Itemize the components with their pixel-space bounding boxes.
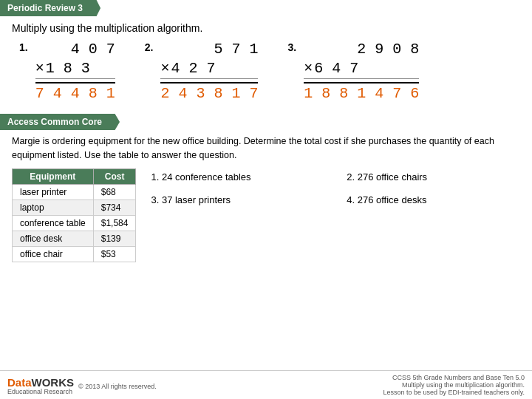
question-2: 2. 276 office chairs <box>347 171 520 183</box>
table-row: office desk$139 <box>13 231 136 246</box>
times-sign-1: × <box>35 59 44 78</box>
footer: DataWORKS Educational Research © 2013 Al… <box>0 370 532 399</box>
q-num: 2. <box>347 171 355 183</box>
q-num: 3. <box>151 194 159 205</box>
logo-data: Data <box>7 376 32 389</box>
prob3-math: 2 9 0 8 × 6 4 7 1 8 8 1 4 7 6 <box>304 40 419 103</box>
prob3-result: 1 8 8 1 4 7 6 <box>304 82 419 103</box>
question-3: 3. 37 laser printers <box>151 194 324 205</box>
times-sign-3: × <box>304 59 313 78</box>
logo-sub: Educational Research <box>7 389 74 396</box>
footer-left: DataWORKS Educational Research © 2013 Al… <box>7 377 157 396</box>
cell-cost: $1,584 <box>93 215 136 231</box>
header-bar: Periodic Review 3 <box>0 0 532 16</box>
content-row: Equipment Cost laser printer$68laptop$73… <box>12 168 520 262</box>
access-bar-title: Access Common Core <box>7 117 102 127</box>
multiply-instruction: Multiply using the multiplication algori… <box>12 22 520 34</box>
table-row: office chair$53 <box>13 246 136 262</box>
table-row: laser printer$68 <box>13 184 136 200</box>
q-num: 4. <box>347 194 355 205</box>
footer-lesson-title: Multiply using the multiplication algori… <box>383 381 525 389</box>
word-problem-desc: Margie is ordering equipment for the new… <box>12 134 520 163</box>
logo: DataWORKS Educational Research <box>7 377 74 396</box>
multiply-section: Multiply using the multiplication algori… <box>0 16 532 108</box>
times-sign-2: × <box>160 59 169 78</box>
q-text: 276 office chairs <box>358 171 427 183</box>
question-1: 1. 24 conference tables <box>151 171 324 183</box>
col-equipment: Equipment <box>13 168 94 184</box>
footer-copyright: © 2013 All rights reserved. <box>78 383 157 390</box>
cell-cost: $68 <box>93 184 136 200</box>
prob1-result: 7 4 4 8 1 <box>35 82 115 103</box>
q-num: 1. <box>151 171 159 183</box>
question-4: 4. 276 office desks <box>347 194 520 205</box>
access-bar: Access Common Core <box>0 108 532 130</box>
prob1-top: 4 0 7 <box>71 40 115 59</box>
header-title: Periodic Review 3 <box>7 3 83 13</box>
footer-standard: CCSS 5th Grade Numbers and Base Ten 5.0 <box>383 374 525 381</box>
problem-1: 1. 4 0 7 × 1 8 3 7 4 4 8 1 <box>19 40 115 103</box>
footer-lesson-note: Lesson to be used by EDI-trained teacher… <box>383 389 525 396</box>
q-text: 37 laser printers <box>162 194 231 205</box>
problem-2: 2. 5 7 1 × 4 2 7 2 4 3 8 1 7 <box>145 40 259 103</box>
table-row: conference table$1,584 <box>13 215 136 231</box>
cell-equipment: laser printer <box>13 184 94 200</box>
table-header-row: Equipment Cost <box>13 168 136 184</box>
prob2-result: 2 4 3 8 1 7 <box>160 82 258 103</box>
prob2-multiplier: 4 2 7 <box>171 59 215 78</box>
prob1-math: 4 0 7 × 1 8 3 7 4 4 8 1 <box>35 40 115 103</box>
problems-row: 1. 4 0 7 × 1 8 3 7 4 4 8 1 2. 5 7 1 <box>19 40 520 103</box>
prob2-math: 5 7 1 × 4 2 7 2 4 3 8 1 7 <box>160 40 258 103</box>
cell-equipment: office desk <box>13 231 94 246</box>
prob2-number: 2. <box>145 41 154 53</box>
equipment-table-wrapper: Equipment Cost laser printer$68laptop$73… <box>12 168 136 262</box>
prob3-multiplier: 6 4 7 <box>314 59 358 78</box>
equipment-table: Equipment Cost laser printer$68laptop$73… <box>12 168 136 262</box>
cell-equipment: conference table <box>13 215 94 231</box>
logo-works: WORKS <box>32 376 75 389</box>
prob1-number: 1. <box>19 41 28 53</box>
table-row: laptop$734 <box>13 200 136 215</box>
cell-equipment: office chair <box>13 246 94 262</box>
q-text: 276 office desks <box>358 194 427 205</box>
q-text: 24 conference tables <box>162 171 251 183</box>
questions-grid: 1. 24 conference tables2. 276 office cha… <box>151 168 520 205</box>
cell-cost: $53 <box>93 246 136 262</box>
prob1-multiplier: 1 8 3 <box>46 59 90 78</box>
prob2-top: 5 7 1 <box>214 40 258 59</box>
problem-3: 3. 2 9 0 8 × 6 4 7 1 8 8 1 4 7 6 <box>287 40 419 103</box>
cell-equipment: laptop <box>13 200 94 215</box>
bottom-section: Margie is ordering equipment for the new… <box>0 130 532 265</box>
prob3-number: 3. <box>287 41 296 53</box>
cell-cost: $734 <box>93 200 136 215</box>
col-cost: Cost <box>93 168 136 184</box>
footer-right: CCSS 5th Grade Numbers and Base Ten 5.0 … <box>383 374 525 396</box>
prob3-top: 2 9 0 8 <box>357 40 419 59</box>
cell-cost: $139 <box>93 231 136 246</box>
